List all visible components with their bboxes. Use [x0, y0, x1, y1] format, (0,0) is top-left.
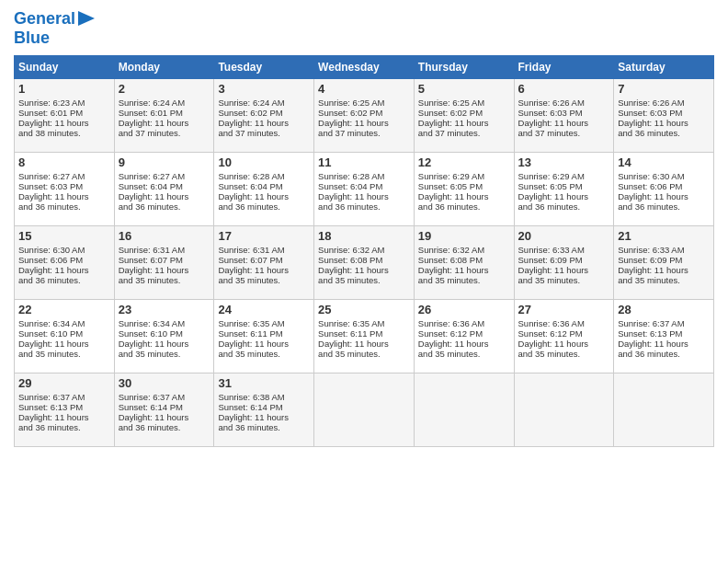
day-detail: and 36 minutes.: [418, 201, 510, 212]
day-detail: Sunset: 6:05 PM: [418, 181, 510, 191]
weekday-header: Thursday: [414, 55, 514, 78]
calendar-cell: 7Sunrise: 6:26 AMSunset: 6:03 PMDaylight…: [614, 78, 714, 152]
day-detail: Sunrise: 6:36 AM: [518, 318, 610, 328]
day-number: 2: [119, 82, 210, 96]
day-detail: Sunset: 6:02 PM: [418, 108, 510, 118]
day-detail: Daylight: 11 hours: [318, 265, 410, 275]
day-detail: Sunset: 6:11 PM: [218, 328, 310, 339]
weekday-header: Tuesday: [214, 55, 314, 78]
day-detail: and 36 minutes.: [518, 201, 610, 212]
day-detail: Sunset: 6:10 PM: [18, 328, 110, 339]
day-detail: Sunrise: 6:34 AM: [119, 318, 210, 328]
day-detail: and 37 minutes.: [518, 128, 610, 138]
logo-blue-text: Blue: [14, 29, 50, 47]
day-detail: Daylight: 11 hours: [218, 339, 310, 349]
day-detail: Sunrise: 6:37 AM: [618, 318, 710, 328]
day-number: 28: [618, 303, 710, 316]
day-detail: Sunset: 6:14 PM: [218, 402, 310, 412]
day-detail: Sunset: 6:11 PM: [318, 328, 410, 339]
day-detail: Sunrise: 6:27 AM: [18, 171, 110, 181]
day-detail: and 36 minutes.: [18, 201, 110, 212]
day-detail: Daylight: 11 hours: [318, 339, 410, 349]
day-number: 30: [119, 376, 210, 390]
day-detail: Daylight: 11 hours: [119, 191, 210, 201]
calendar-cell: 15Sunrise: 6:30 AMSunset: 6:06 PMDayligh…: [15, 225, 115, 299]
day-detail: Sunrise: 6:30 AM: [18, 245, 110, 255]
day-detail: Sunset: 6:12 PM: [418, 328, 510, 339]
calendar-cell: 19Sunrise: 6:32 AMSunset: 6:08 PMDayligh…: [414, 225, 514, 299]
day-detail: Sunrise: 6:37 AM: [18, 392, 110, 402]
day-detail: Daylight: 11 hours: [418, 265, 510, 275]
calendar-cell: 13Sunrise: 6:29 AMSunset: 6:05 PMDayligh…: [514, 152, 614, 225]
day-number: 1: [18, 82, 110, 96]
calendar-cell: 17Sunrise: 6:31 AMSunset: 6:07 PMDayligh…: [214, 225, 314, 299]
calendar-cell: 22Sunrise: 6:34 AMSunset: 6:10 PMDayligh…: [15, 299, 115, 373]
day-detail: Sunset: 6:08 PM: [418, 255, 510, 265]
day-detail: Sunset: 6:07 PM: [218, 255, 310, 265]
calendar-cell: 4Sunrise: 6:25 AMSunset: 6:02 PMDaylight…: [314, 78, 415, 152]
day-detail: Sunset: 6:07 PM: [119, 255, 210, 265]
day-detail: Sunset: 6:14 PM: [119, 402, 210, 412]
day-number: 23: [119, 303, 210, 316]
day-detail: Sunset: 6:12 PM: [518, 328, 610, 339]
day-detail: Sunset: 6:02 PM: [218, 108, 310, 118]
calendar-cell: 29Sunrise: 6:37 AMSunset: 6:13 PMDayligh…: [15, 373, 115, 446]
calendar-header: SundayMondayTuesdayWednesdayThursdayFrid…: [15, 55, 714, 78]
day-detail: Sunrise: 6:29 AM: [518, 171, 610, 181]
calendar-cell: 24Sunrise: 6:35 AMSunset: 6:11 PMDayligh…: [214, 299, 314, 373]
day-detail: Sunset: 6:08 PM: [318, 255, 410, 265]
calendar-cell: [314, 373, 415, 446]
weekday-header: Wednesday: [314, 55, 415, 78]
day-detail: Daylight: 11 hours: [18, 191, 110, 201]
day-number: 19: [418, 229, 510, 243]
day-detail: Sunrise: 6:34 AM: [18, 318, 110, 328]
day-detail: Sunrise: 6:25 AM: [418, 98, 510, 108]
day-detail: Sunset: 6:02 PM: [318, 108, 410, 118]
day-detail: Daylight: 11 hours: [518, 265, 610, 275]
day-detail: Sunset: 6:13 PM: [618, 328, 710, 339]
day-number: 27: [518, 303, 610, 316]
day-detail: Daylight: 11 hours: [119, 265, 210, 275]
calendar-cell: 16Sunrise: 6:31 AMSunset: 6:07 PMDayligh…: [114, 225, 214, 299]
calendar-cell: 20Sunrise: 6:33 AMSunset: 6:09 PMDayligh…: [514, 225, 614, 299]
page-container: General Blue SundayMondayTuesdayWednesda…: [0, 0, 728, 456]
day-number: 11: [318, 155, 410, 169]
day-detail: Sunrise: 6:26 AM: [618, 98, 710, 108]
day-detail: Daylight: 11 hours: [218, 412, 310, 422]
day-detail: and 36 minutes.: [218, 201, 310, 212]
day-detail: Sunset: 6:05 PM: [518, 181, 610, 191]
day-detail: Sunrise: 6:38 AM: [218, 392, 310, 402]
day-detail: Sunset: 6:09 PM: [618, 255, 710, 265]
day-number: 31: [218, 376, 310, 390]
calendar-cell: [514, 373, 614, 446]
calendar-cell: [414, 373, 514, 446]
day-detail: and 36 minutes.: [18, 275, 110, 285]
weekday-header: Friday: [514, 55, 614, 78]
day-detail: Sunrise: 6:29 AM: [418, 171, 510, 181]
logo-arrow-icon: [78, 11, 95, 26]
day-number: 25: [318, 303, 410, 316]
day-number: 22: [18, 303, 110, 316]
day-detail: Sunrise: 6:31 AM: [218, 245, 310, 255]
day-number: 8: [18, 155, 110, 169]
day-detail: Sunrise: 6:32 AM: [318, 245, 410, 255]
day-number: 18: [318, 229, 410, 243]
logo: General Blue: [14, 9, 95, 48]
day-detail: and 36 minutes.: [218, 422, 310, 432]
day-detail: Sunset: 6:04 PM: [119, 181, 210, 191]
day-detail: Sunset: 6:10 PM: [119, 328, 210, 339]
day-detail: Sunrise: 6:30 AM: [618, 171, 710, 181]
day-detail: Sunset: 6:04 PM: [218, 181, 310, 191]
day-detail: Sunrise: 6:24 AM: [218, 98, 310, 108]
day-detail: Sunrise: 6:26 AM: [518, 98, 610, 108]
day-detail: and 35 minutes.: [119, 349, 210, 359]
day-number: 3: [218, 82, 310, 96]
day-number: 6: [518, 82, 610, 96]
day-detail: Daylight: 11 hours: [518, 339, 610, 349]
day-detail: and 35 minutes.: [618, 275, 710, 285]
calendar-body: 1Sunrise: 6:23 AMSunset: 6:01 PMDaylight…: [15, 78, 714, 446]
day-detail: Sunrise: 6:35 AM: [318, 318, 410, 328]
day-detail: and 35 minutes.: [418, 275, 510, 285]
day-detail: Sunset: 6:03 PM: [518, 108, 610, 118]
day-number: 12: [418, 155, 510, 169]
